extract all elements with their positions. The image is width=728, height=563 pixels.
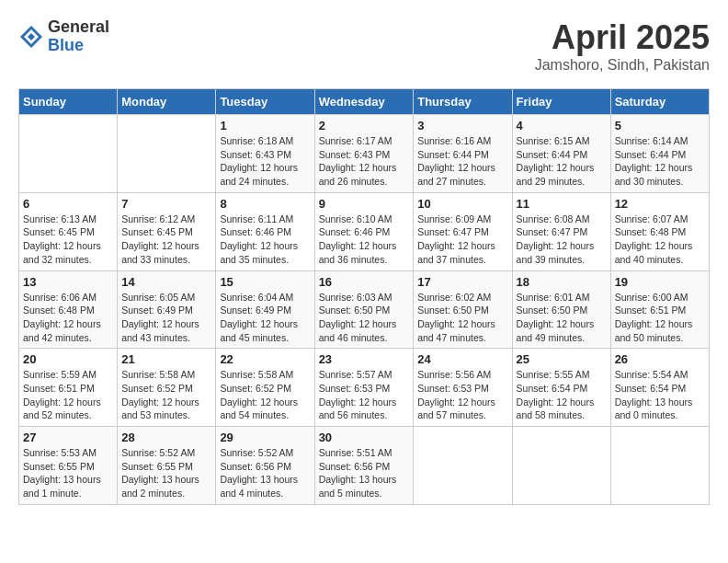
day-cell: 20Sunrise: 5:59 AM Sunset: 6:51 PM Dayli…	[19, 349, 118, 427]
logo: General Blue	[18, 18, 109, 55]
day-number: 5	[615, 119, 705, 132]
day-cell: 12Sunrise: 6:07 AM Sunset: 6:48 PM Dayli…	[610, 192, 709, 270]
main-title: April 2025	[535, 18, 710, 57]
day-cell: 19Sunrise: 6:00 AM Sunset: 6:51 PM Dayli…	[610, 270, 709, 349]
day-detail: Sunrise: 5:59 AM Sunset: 6:51 PM Dayligh…	[23, 368, 113, 422]
page-header: General Blue April 2025 Jamshoro, Sindh,…	[18, 18, 710, 74]
day-number: 25	[517, 352, 607, 366]
day-cell: 17Sunrise: 6:02 AM Sunset: 6:50 PM Dayli…	[414, 270, 512, 349]
day-cell: 7Sunrise: 6:12 AM Sunset: 6:45 PM Daylig…	[118, 192, 216, 270]
day-number: 27	[23, 431, 113, 444]
day-number: 10	[417, 197, 507, 211]
day-number: 19	[615, 275, 705, 289]
day-detail: Sunrise: 5:51 AM Sunset: 6:56 PM Dayligh…	[319, 446, 410, 500]
day-detail: Sunrise: 5:58 AM Sunset: 6:52 PM Dayligh…	[220, 368, 310, 422]
day-cell: 2Sunrise: 6:17 AM Sunset: 6:43 PM Daylig…	[314, 115, 414, 193]
day-number: 13	[23, 275, 113, 289]
day-number: 28	[121, 431, 211, 444]
day-cell: 18Sunrise: 6:01 AM Sunset: 6:50 PM Dayli…	[512, 270, 610, 349]
day-detail: Sunrise: 5:57 AM Sunset: 6:53 PM Dayligh…	[319, 368, 410, 422]
header-cell-saturday: Saturday	[610, 89, 709, 115]
day-number: 6	[23, 197, 113, 211]
day-cell: 23Sunrise: 5:57 AM Sunset: 6:53 PM Dayli…	[314, 349, 414, 427]
day-detail: Sunrise: 6:15 AM Sunset: 6:44 PM Dayligh…	[517, 134, 607, 189]
day-cell	[610, 427, 709, 505]
day-number: 15	[220, 275, 310, 289]
week-row-2: 6Sunrise: 6:13 AM Sunset: 6:45 PM Daylig…	[19, 192, 710, 270]
day-detail: Sunrise: 5:58 AM Sunset: 6:52 PM Dayligh…	[121, 368, 211, 422]
day-cell	[19, 115, 118, 193]
day-detail: Sunrise: 6:00 AM Sunset: 6:51 PM Dayligh…	[615, 291, 705, 345]
day-detail: Sunrise: 6:05 AM Sunset: 6:49 PM Dayligh…	[121, 291, 211, 345]
day-cell: 10Sunrise: 6:09 AM Sunset: 6:47 PM Dayli…	[414, 192, 512, 270]
day-cell: 8Sunrise: 6:11 AM Sunset: 6:46 PM Daylig…	[216, 192, 314, 270]
day-detail: Sunrise: 5:55 AM Sunset: 6:54 PM Dayligh…	[517, 368, 607, 422]
day-number: 29	[220, 431, 310, 444]
day-detail: Sunrise: 6:17 AM Sunset: 6:43 PM Dayligh…	[319, 134, 410, 189]
day-detail: Sunrise: 6:04 AM Sunset: 6:49 PM Dayligh…	[220, 291, 310, 345]
day-detail: Sunrise: 6:10 AM Sunset: 6:46 PM Dayligh…	[319, 213, 410, 267]
day-number: 21	[121, 352, 211, 366]
day-cell: 15Sunrise: 6:04 AM Sunset: 6:49 PM Dayli…	[216, 270, 314, 349]
day-number: 20	[23, 352, 113, 366]
day-number: 24	[417, 352, 507, 366]
day-cell	[512, 427, 610, 505]
day-number: 8	[220, 197, 310, 211]
day-number: 30	[319, 431, 410, 444]
week-row-3: 13Sunrise: 6:06 AM Sunset: 6:48 PM Dayli…	[19, 270, 710, 349]
day-detail: Sunrise: 5:56 AM Sunset: 6:53 PM Dayligh…	[417, 368, 507, 422]
day-cell: 24Sunrise: 5:56 AM Sunset: 6:53 PM Dayli…	[414, 349, 512, 427]
week-row-4: 20Sunrise: 5:59 AM Sunset: 6:51 PM Dayli…	[19, 349, 710, 427]
logo-general: General	[48, 18, 109, 37]
day-cell: 29Sunrise: 5:52 AM Sunset: 6:56 PM Dayli…	[216, 427, 314, 505]
day-cell: 5Sunrise: 6:14 AM Sunset: 6:44 PM Daylig…	[610, 115, 709, 193]
day-number: 3	[417, 119, 507, 132]
day-number: 18	[517, 275, 607, 289]
logo-icon	[18, 24, 44, 50]
week-row-5: 27Sunrise: 5:53 AM Sunset: 6:55 PM Dayli…	[19, 427, 710, 505]
day-cell: 1Sunrise: 6:18 AM Sunset: 6:43 PM Daylig…	[216, 115, 314, 193]
day-detail: Sunrise: 6:16 AM Sunset: 6:44 PM Dayligh…	[417, 134, 507, 189]
day-cell: 28Sunrise: 5:52 AM Sunset: 6:55 PM Dayli…	[118, 427, 216, 505]
day-detail: Sunrise: 6:12 AM Sunset: 6:45 PM Dayligh…	[121, 213, 211, 267]
day-detail: Sunrise: 6:01 AM Sunset: 6:50 PM Dayligh…	[517, 291, 607, 345]
day-detail: Sunrise: 6:14 AM Sunset: 6:44 PM Dayligh…	[615, 134, 705, 189]
day-cell: 30Sunrise: 5:51 AM Sunset: 6:56 PM Dayli…	[314, 427, 414, 505]
day-number: 17	[417, 275, 507, 289]
calendar-table: SundayMondayTuesdayWednesdayThursdayFrid…	[18, 88, 710, 505]
day-cell: 21Sunrise: 5:58 AM Sunset: 6:52 PM Dayli…	[118, 349, 216, 427]
day-detail: Sunrise: 6:09 AM Sunset: 6:47 PM Dayligh…	[417, 213, 507, 267]
header-cell-wednesday: Wednesday	[314, 89, 414, 115]
day-cell: 27Sunrise: 5:53 AM Sunset: 6:55 PM Dayli…	[19, 427, 118, 505]
header-cell-friday: Friday	[512, 89, 610, 115]
day-number: 11	[517, 197, 607, 211]
calendar-header: SundayMondayTuesdayWednesdayThursdayFrid…	[19, 89, 710, 115]
day-cell: 25Sunrise: 5:55 AM Sunset: 6:54 PM Dayli…	[512, 349, 610, 427]
day-cell: 6Sunrise: 6:13 AM Sunset: 6:45 PM Daylig…	[19, 192, 118, 270]
day-number: 7	[121, 197, 211, 211]
day-number: 26	[615, 352, 705, 366]
day-number: 2	[319, 119, 410, 132]
day-detail: Sunrise: 6:08 AM Sunset: 6:47 PM Dayligh…	[517, 213, 607, 267]
subtitle: Jamshoro, Sindh, Pakistan	[535, 57, 710, 74]
header-cell-sunday: Sunday	[19, 89, 118, 115]
day-number: 4	[517, 119, 607, 132]
day-detail: Sunrise: 5:52 AM Sunset: 6:56 PM Dayligh…	[220, 446, 310, 500]
day-number: 16	[319, 275, 410, 289]
day-cell: 26Sunrise: 5:54 AM Sunset: 6:54 PM Dayli…	[610, 349, 709, 427]
logo-text: General Blue	[48, 18, 109, 55]
day-detail: Sunrise: 6:06 AM Sunset: 6:48 PM Dayligh…	[23, 291, 113, 345]
day-number: 9	[319, 197, 410, 211]
day-detail: Sunrise: 6:11 AM Sunset: 6:46 PM Dayligh…	[220, 213, 310, 267]
header-row: SundayMondayTuesdayWednesdayThursdayFrid…	[19, 89, 710, 115]
calendar-body: 1Sunrise: 6:18 AM Sunset: 6:43 PM Daylig…	[19, 115, 710, 505]
day-cell: 3Sunrise: 6:16 AM Sunset: 6:44 PM Daylig…	[414, 115, 512, 193]
logo-blue: Blue	[48, 37, 109, 55]
day-cell	[118, 115, 216, 193]
day-detail: Sunrise: 6:03 AM Sunset: 6:50 PM Dayligh…	[319, 291, 410, 345]
day-cell	[414, 427, 512, 505]
day-number: 23	[319, 352, 410, 366]
day-cell: 4Sunrise: 6:15 AM Sunset: 6:44 PM Daylig…	[512, 115, 610, 193]
day-cell: 11Sunrise: 6:08 AM Sunset: 6:47 PM Dayli…	[512, 192, 610, 270]
day-cell: 22Sunrise: 5:58 AM Sunset: 6:52 PM Dayli…	[216, 349, 314, 427]
